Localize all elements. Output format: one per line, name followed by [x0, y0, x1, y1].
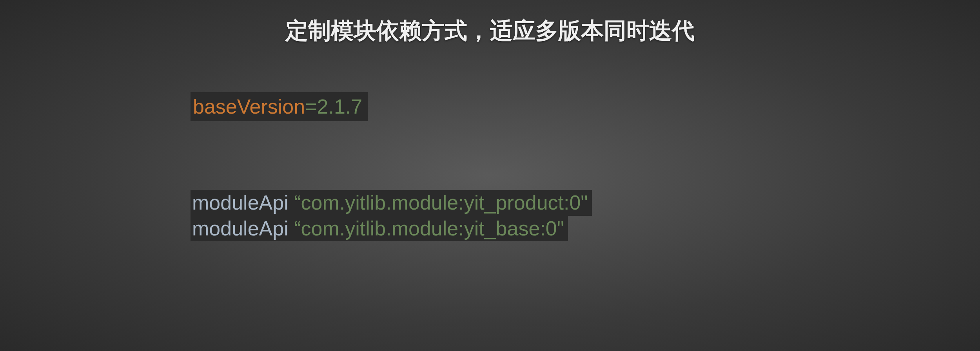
string-open-quote: “ — [294, 191, 301, 214]
code-block-base-version: baseVersion=2.1.7 — [191, 92, 368, 121]
method-name: moduleApi — [192, 217, 294, 240]
string-open-quote: “ — [294, 217, 301, 240]
method-name: moduleApi — [192, 191, 294, 214]
property-value: 2.1.7 — [317, 95, 363, 118]
property-key: baseVersion — [193, 95, 305, 118]
string-literal: com.yitlib.module:yit_base:0" — [301, 217, 564, 240]
code-block-module-api: moduleApi “com.yitlib.module:yit_product… — [191, 190, 592, 241]
equals-sign: = — [305, 95, 317, 118]
slide-title: 定制模块依赖方式，适应多版本同时迭代 — [285, 16, 695, 46]
code-line: moduleApi “com.yitlib.module:yit_base:0" — [191, 216, 568, 242]
string-literal: com.yitlib.module:yit_product:0" — [301, 191, 588, 214]
code-line: moduleApi “com.yitlib.module:yit_product… — [191, 190, 592, 216]
